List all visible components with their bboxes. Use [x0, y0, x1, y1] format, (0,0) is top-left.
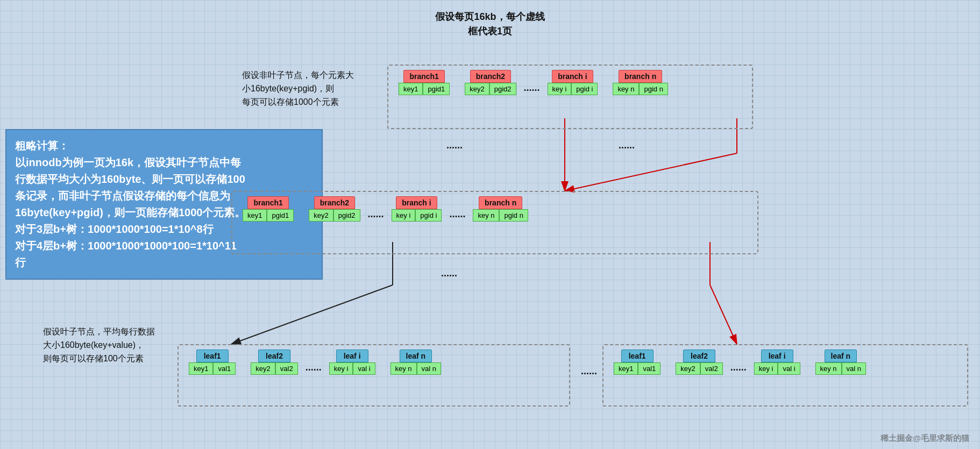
mid-branch2-label: branch2 — [314, 196, 355, 209]
svg-line-4 — [565, 153, 737, 191]
top-branch2: branch2 key2 pgid2 — [465, 70, 516, 95]
mid-branch2: branch2 key2 pgid2 — [309, 196, 360, 222]
mid-branch1: branch1 key1 pgid1 — [243, 196, 294, 222]
br-leaf2: leaf2 key2 val2 — [676, 350, 722, 375]
bl-leafi-keyi: key i — [329, 362, 353, 375]
mid-nodes-row: branch1 key1 pgid1 branch2 key2 pgid2 ..… — [239, 196, 531, 222]
mid-branchi: branch i key i pgid i — [392, 196, 442, 222]
mid-branch1-key1: key1 — [243, 209, 267, 222]
mid-branchn: branch n key n pgid n — [473, 196, 528, 222]
top-branchi-label: branch i — [552, 70, 593, 83]
bl-leaf1-key1: key1 — [189, 362, 213, 375]
svg-line-6 — [231, 285, 393, 344]
top-branch2-label: branch2 — [470, 70, 511, 83]
vmid-ellipsis2: ...... — [619, 140, 635, 151]
mid-branch1-label: branch1 — [247, 196, 288, 209]
br-leafi-label: leaf i — [761, 350, 793, 362]
top-nodes-row: branch1 key1 pgid1 branch2 key2 pgid2 ..… — [395, 70, 671, 95]
vbot-ellipsis1: ...... — [441, 268, 457, 279]
br-leaf1-val1: val1 — [638, 362, 661, 375]
top-branchn-keyn: key n — [613, 83, 639, 95]
top-branchn-pgidn: pgid n — [639, 83, 667, 95]
svg-line-8 — [710, 285, 737, 344]
top-branch1-pgid1: pgid1 — [423, 83, 450, 95]
bl-leafi-vali: val i — [353, 362, 375, 375]
bl-leafn-keyn: key n — [390, 362, 417, 375]
bl-leaf1: leaf1 key1 val1 — [189, 350, 236, 375]
mid-branch2-pgid2: pgid2 — [333, 209, 360, 222]
br-leaf2-key2: key2 — [676, 362, 700, 375]
bl-leafn-valn: val n — [417, 362, 441, 375]
bl-leaf1-val1: val1 — [213, 362, 236, 375]
br-ellipsis2: ...... — [730, 351, 747, 373]
bl-leafi: leaf i key i val i — [329, 350, 375, 375]
br-leafn-keyn: key n — [815, 362, 842, 375]
bl-leaf1-label: leaf1 — [196, 350, 229, 362]
br-leafi-keyi: key i — [754, 362, 778, 375]
mid-branch2-key2: key2 — [309, 209, 333, 222]
br-leaf1-key1: key1 — [614, 362, 638, 375]
bottom-right-nodes-row: leaf1 key1 val1 leaf2 key2 val2 ...... l… — [610, 350, 869, 375]
top-branchi: branch i key i pgid i — [548, 70, 598, 95]
top-branch1-label: branch1 — [403, 70, 444, 83]
br-leaf1-label: leaf1 — [621, 350, 654, 362]
mid-branchn-label: branch n — [479, 196, 522, 209]
br-leaf2-val2: val2 — [700, 362, 723, 375]
annotation-bottom: 假设叶子节点，平均每行数据 大小160byte(key+value)， 则每页可… — [43, 325, 155, 365]
br-leafn-label: leaf n — [825, 350, 857, 362]
bl-leafn: leaf n key n val n — [390, 350, 442, 375]
bl-leafn-label: leaf n — [400, 350, 432, 362]
top-branch1-key1: key1 — [399, 83, 423, 95]
mid-branchi-label: branch i — [396, 196, 437, 209]
top-branch1: branch1 key1 pgid1 — [399, 70, 450, 95]
bl-ellipsis2: ...... — [306, 351, 322, 373]
top-branchi-pgidi: pgid i — [571, 83, 598, 95]
vmid-ellipsis1: ...... — [446, 140, 463, 151]
mid-branchn-pgidn: pgid n — [499, 209, 528, 222]
top-branchn: branch n key n pgid n — [613, 70, 668, 95]
mid-ellipsis2: ...... — [368, 198, 384, 220]
hbot-ellipsis: ...... — [581, 366, 597, 377]
br-leaf2-label: leaf2 — [683, 350, 715, 362]
top-branchn-label: branch n — [619, 70, 662, 83]
top-branchi-keyi: key i — [548, 83, 572, 95]
bl-leaf2-key2: key2 — [251, 362, 275, 375]
br-leafn-valn: val n — [842, 362, 866, 375]
bl-leaf2: leaf2 key2 val2 — [251, 350, 297, 375]
watermark: 稀土掘金@毛里求斯的猫 — [880, 433, 969, 444]
mid-branch1-pgid1: pgid1 — [267, 209, 294, 222]
top-branch2-key2: key2 — [465, 83, 489, 95]
annotation-top: 假设非叶子节点，每个元素大 小16byte(key+pgid)，则 每页可以存储… — [242, 69, 354, 109]
bl-leaf2-val2: val2 — [275, 362, 298, 375]
bottom-left-nodes-row: leaf1 key1 val1 leaf2 key2 val2 ...... l… — [186, 350, 444, 375]
mid-ellipsis3: ...... — [449, 198, 465, 220]
mid-branchn-keyn: key n — [473, 209, 499, 222]
br-leafi: leaf i key i val i — [754, 350, 800, 375]
bl-leafi-label: leaf i — [336, 350, 368, 362]
main-title: 假设每页16kb，每个虚线 框代表1页 — [435, 10, 544, 39]
bl-leaf2-label: leaf2 — [258, 350, 290, 362]
br-leafi-vali: val i — [778, 362, 800, 375]
br-leaf1: leaf1 key1 val1 — [614, 350, 661, 375]
br-leafn: leaf n key n val n — [815, 350, 867, 375]
top-branch2-pgid2: pgid2 — [489, 83, 516, 95]
mid-branchi-keyi: key i — [392, 209, 416, 222]
mid-branchi-pgidi: pgid i — [415, 209, 442, 222]
top-ellipsis2: ...... — [524, 72, 540, 94]
